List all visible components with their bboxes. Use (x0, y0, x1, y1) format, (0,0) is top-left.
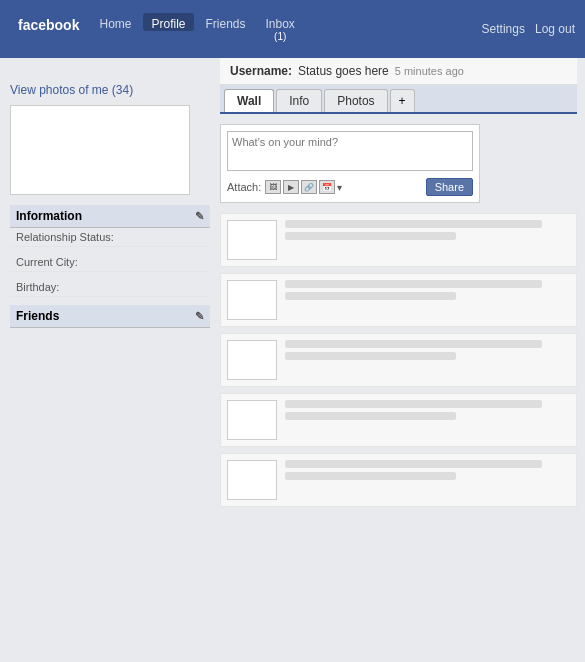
nav-item-profile[interactable]: Profile (143, 13, 193, 31)
post-input[interactable] (227, 131, 473, 171)
profile-picture-box (10, 105, 190, 195)
post-line (285, 292, 456, 300)
tab-bar: Wall Info Photos + (220, 85, 577, 114)
attach-more-icon[interactable]: ▾ (337, 182, 342, 193)
post-lines-4 (285, 400, 570, 424)
information-edit-icon[interactable]: ✎ (195, 210, 204, 223)
current-city-row: Current City: (10, 253, 210, 272)
post-line (285, 352, 456, 360)
attach-link-icon[interactable]: 🔗 (301, 180, 317, 194)
post-line (285, 412, 456, 420)
post-line (285, 232, 456, 240)
view-photos-link[interactable]: View photos of me (34) (10, 83, 210, 97)
post-item-5 (220, 453, 577, 507)
profile-header: Username: Status goes here 5 minutes ago (220, 58, 577, 85)
settings-link[interactable]: Settings (482, 22, 525, 36)
relationship-status-label: Relationship Status: (16, 231, 114, 243)
post-lines-2 (285, 280, 570, 304)
post-item-3 (220, 333, 577, 387)
birthday-row: Birthday: (10, 278, 210, 297)
post-item-4 (220, 393, 577, 447)
post-item-2 (220, 273, 577, 327)
attach-video-icon[interactable]: ▶ (283, 180, 299, 194)
post-thumb-5 (227, 460, 277, 500)
post-thumb-2 (227, 280, 277, 320)
tab-wall[interactable]: Wall (224, 89, 274, 112)
post-thumb-3 (227, 340, 277, 380)
attach-icons: 🖼 ▶ 🔗 📅 ▾ (265, 180, 342, 194)
username-label: Username: (230, 64, 292, 78)
relationship-status-row: Relationship Status: (10, 228, 210, 247)
post-line (285, 340, 542, 348)
tab-plus[interactable]: + (390, 89, 415, 112)
current-city-label: Current City: (16, 256, 78, 268)
share-button[interactable]: Share (426, 178, 473, 196)
nav-right: Settings Log out (482, 22, 575, 36)
friends-edit-icon[interactable]: ✎ (195, 310, 204, 323)
status-time: 5 minutes ago (395, 65, 464, 77)
navbar: facebook Home Profile Friends Inbox (1) … (0, 0, 585, 58)
logout-link[interactable]: Log out (535, 22, 575, 36)
tab-photos[interactable]: Photos (324, 89, 387, 112)
status-text: Status goes here (298, 64, 389, 78)
post-line (285, 460, 542, 468)
friends-section: Friends ✎ (10, 305, 210, 328)
main-wrapper: View photos of me (34) Information ✎ Rel… (0, 58, 585, 513)
friends-header: Friends ✎ (10, 305, 210, 328)
right-content: Username: Status goes here 5 minutes ago… (220, 58, 585, 513)
post-line (285, 280, 542, 288)
tab-info[interactable]: Info (276, 89, 322, 112)
attach-label: Attach: (227, 181, 261, 193)
post-line (285, 220, 542, 228)
post-thumb-1 (227, 220, 277, 260)
left-sidebar: View photos of me (34) Information ✎ Rel… (0, 58, 220, 513)
post-item-1 (220, 213, 577, 267)
nav-item-home[interactable]: Home (91, 13, 139, 35)
post-lines-1 (285, 220, 570, 244)
friends-title: Friends (16, 309, 59, 323)
post-lines-5 (285, 460, 570, 484)
post-actions: Attach: 🖼 ▶ 🔗 📅 ▾ Share (227, 178, 473, 196)
information-title: Information (16, 209, 82, 223)
nav-item-inbox[interactable]: Inbox (1) (258, 13, 303, 46)
profile-photo-top (10, 68, 190, 78)
post-thumb-4 (227, 400, 277, 440)
nav-item-friends[interactable]: Friends (198, 13, 254, 35)
attach-event-icon[interactable]: 📅 (319, 180, 335, 194)
post-box: Attach: 🖼 ▶ 🔗 📅 ▾ Share (220, 124, 480, 203)
post-line (285, 400, 542, 408)
attach-photo-icon[interactable]: 🖼 (265, 180, 281, 194)
nav-left: facebook Home Profile Friends Inbox (1) (10, 13, 303, 46)
birthday-label: Birthday: (16, 281, 59, 293)
information-section: Information ✎ Relationship Status: Curre… (10, 205, 210, 297)
post-lines-3 (285, 340, 570, 364)
post-line (285, 472, 456, 480)
facebook-logo[interactable]: facebook (10, 13, 87, 37)
information-header: Information ✎ (10, 205, 210, 228)
